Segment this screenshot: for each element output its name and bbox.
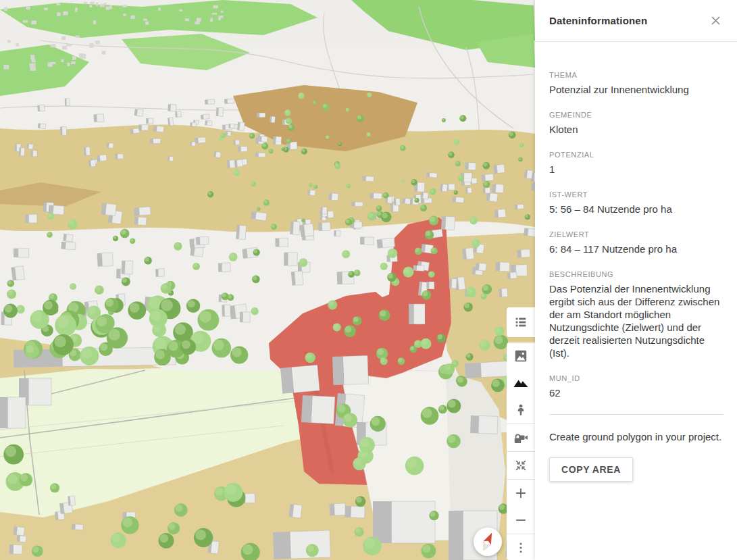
pedestrian-button[interactable] (507, 397, 535, 424)
field-value: 1 (549, 163, 723, 176)
field-ist-wert: IST-WERT 5: 56 – 84 Nutzende pro ha (549, 190, 723, 215)
field-value: 6: 84 – 117 Nutzende pro ha (549, 243, 723, 255)
copy-area-button[interactable]: COPY AREA (549, 457, 633, 482)
field-label: IST-WERT (549, 190, 723, 199)
basemap-image-button[interactable] (507, 342, 535, 370)
field-label: ZIELWERT (549, 230, 723, 238)
more-options-icon (513, 540, 528, 555)
close-icon (711, 16, 720, 25)
panel-body: THEMA Potenzial zur Innenentwicklung GEM… (535, 42, 737, 482)
field-label: POTENZIAL (549, 151, 723, 159)
zoom-in-button[interactable] (507, 480, 535, 507)
layer-list-button[interactable] (507, 307, 535, 337)
terrain-button[interactable] (507, 370, 535, 397)
close-button[interactable] (707, 13, 723, 29)
field-label: GEMEINDE (549, 111, 723, 119)
terrain-icon (513, 375, 529, 391)
farmland (0, 122, 535, 232)
pedestrian-icon (513, 403, 528, 417)
field-value: Das Potenzial der Innenentwicklung ergib… (549, 282, 723, 359)
field-beschreibung: BESCHREIBUNG Das Potenzial der Innenentw… (549, 270, 723, 359)
field-thema: THEMA Potenzial zur Innenentwicklung (549, 71, 723, 96)
field-value: Potenzial zur Innenentwicklung (549, 83, 723, 96)
field-mun-id: MUN_ID 62 (549, 374, 723, 399)
field-value: 62 (549, 386, 723, 399)
compass-icon (473, 527, 503, 557)
zoom-in-icon (513, 486, 528, 501)
field-potenzial: POTENZIAL 1 (549, 151, 723, 176)
map-toolbar (507, 342, 535, 560)
more-options-button[interactable] (507, 534, 535, 560)
field-value: 5: 56 – 84 Nutzende pro ha (549, 203, 723, 215)
lock-camera-icon (513, 430, 529, 446)
basemap-image-icon (513, 349, 528, 363)
panel-header: Dateninformationen (535, 0, 737, 42)
field-label: THEMA (549, 71, 723, 79)
layer-list-icon (513, 315, 528, 330)
compass-button[interactable] (473, 527, 503, 557)
zoom-out-icon (513, 513, 528, 528)
field-gemeinde: GEMEINDE Kloten (549, 111, 723, 136)
panel-divider (549, 414, 723, 415)
lock-camera-button[interactable] (507, 424, 535, 451)
copy-area-hint: Create ground polygon in your project. (549, 431, 723, 442)
zoom-out-button[interactable] (507, 507, 535, 534)
center-view-button[interactable] (507, 452, 535, 479)
app-window: Dateninformationen THEMA Potenzial zur I… (0, 0, 737, 560)
panel-title: Dateninformationen (549, 15, 647, 26)
center-view-icon (513, 458, 528, 473)
field-value: Kloten (549, 123, 723, 136)
field-label: BESCHREIBUNG (549, 270, 723, 278)
data-info-panel: Dateninformationen THEMA Potenzial zur I… (535, 0, 737, 560)
field-zielwert: ZIELWERT 6: 84 – 117 Nutzende pro ha (549, 230, 723, 255)
field-label: MUN_ID (549, 374, 723, 382)
